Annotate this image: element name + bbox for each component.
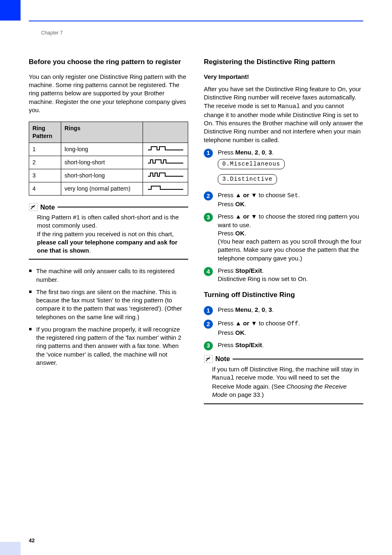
arrow-icon: ▲ or ▼ xyxy=(235,191,257,198)
table-row: 3 short-short-long xyxy=(29,169,188,182)
list-item: The machine will only answer calls to it… xyxy=(29,267,188,284)
stop-exit-label: Stop/Exit xyxy=(235,341,262,348)
right-heading-2: Turning off Distinctive Ring xyxy=(204,290,363,300)
text: . xyxy=(262,341,264,348)
table-row: 4 very long (normal pattern) xyxy=(29,182,188,195)
note-icon xyxy=(29,203,38,211)
mono-text: Set xyxy=(287,192,298,199)
note-header: Note xyxy=(29,203,188,212)
key-label: 3 xyxy=(268,149,272,156)
arrow-icon: ▲ or ▼ xyxy=(235,320,257,327)
text: to choose xyxy=(257,191,287,198)
step-1: 1 Press Menu, 2, 0, 3. 0.Miscellaneous 3… xyxy=(204,148,363,187)
step-4: 4 Press Stop/Exit. Distinctive Ring is n… xyxy=(204,267,363,283)
note-rule xyxy=(233,359,363,359)
note-label: Note xyxy=(40,203,55,212)
step-text: Press Menu, 2, 0, 3. 0.Miscellaneous 3.D… xyxy=(218,148,363,187)
cell-num: 3 xyxy=(29,169,61,182)
right-heading-1: Registering the Distinctive Ring pattern xyxy=(204,58,363,67)
note-rule xyxy=(58,207,188,207)
left-heading: Before you choose the ring pattern to re… xyxy=(29,58,188,67)
mono-text: Manual xyxy=(212,375,234,382)
cell-num: 2 xyxy=(29,156,61,169)
th-wave xyxy=(143,122,188,143)
blue-side-bottom xyxy=(0,542,21,555)
wave-icon xyxy=(143,143,188,156)
text: Press xyxy=(218,306,235,313)
ok-label: OK xyxy=(235,200,245,207)
text: If you turn off Distinctive Ring, the ma… xyxy=(212,366,359,373)
key-label: 0 xyxy=(262,149,265,156)
list-item: The first two rings are silent on the ma… xyxy=(29,288,188,321)
procedure-turning-off: 1 Press Menu, 2, 0, 3. 2 Press ▲ or ▼ to… xyxy=(204,306,363,350)
step-badge: 3 xyxy=(204,213,213,222)
text: Press xyxy=(218,200,235,207)
cell-num: 1 xyxy=(29,143,61,156)
note-bottom-rule xyxy=(29,259,188,260)
text: . xyxy=(262,267,264,274)
mono-text: Off xyxy=(287,320,298,327)
wave-icon xyxy=(143,156,188,169)
very-important-label: Very Important! xyxy=(204,73,363,81)
text: Press xyxy=(218,149,235,156)
lcd-display: 0.Miscellaneous xyxy=(218,159,285,169)
th-ring-pattern: Ring Pattern xyxy=(29,122,61,143)
step-text: Press ▲ or ▼ to choose Set. Press OK. xyxy=(218,191,363,209)
note-text: If the ring pattern you received is not … xyxy=(37,230,174,237)
key-label: 2 xyxy=(255,149,258,156)
ok-label: OK xyxy=(235,329,245,336)
table-row: 1 long-long xyxy=(29,143,188,156)
step-badge: 4 xyxy=(204,267,213,276)
chapter-label: Chapter 7 xyxy=(41,30,63,36)
list-item: If you program the machine properly, it … xyxy=(29,325,188,367)
stop-exit-label: Stop/Exit xyxy=(235,267,262,274)
note-bottom-rule xyxy=(204,403,363,404)
text: . xyxy=(298,191,300,198)
step-text: Press Stop/Exit. xyxy=(218,341,363,349)
ring-pattern-table: Ring Pattern Rings 1 long-long 2 short-l… xyxy=(29,122,188,195)
step-badge: 1 xyxy=(204,149,213,158)
left-intro: You can only register one Distinctive Ri… xyxy=(29,73,188,114)
step-badge: 1 xyxy=(204,306,213,315)
note-label: Note xyxy=(215,355,230,364)
text: Press xyxy=(218,230,235,237)
step-1: 1 Press Menu, 2, 0, 3. xyxy=(204,306,363,315)
note-text: . xyxy=(89,247,91,254)
text: Press xyxy=(218,320,235,327)
key-label: 2 xyxy=(255,306,258,313)
text: Press xyxy=(218,329,235,336)
arrow-icon: ▲ or ▼ xyxy=(235,213,257,220)
text: . xyxy=(244,230,246,237)
text: to choose xyxy=(257,320,287,327)
blue-side-tab xyxy=(0,0,21,21)
text: Press xyxy=(218,341,235,348)
text: , xyxy=(251,149,255,156)
text: . xyxy=(244,329,246,336)
step-2: 2 Press ▲ or ▼ to choose Set. Press OK. xyxy=(204,191,363,209)
step-text: Press ▲ or ▼ to choose Off. Press OK. xyxy=(218,319,363,337)
mono-text: Manual xyxy=(278,103,300,110)
left-column: Before you choose the ring pattern to re… xyxy=(29,58,188,412)
ok-label: OK xyxy=(235,230,245,237)
text: on page 33.) xyxy=(228,391,264,398)
step-text: Press Menu, 2, 0, 3. xyxy=(218,306,363,314)
step-3: 3 Press Stop/Exit. xyxy=(204,341,363,350)
note-header-2: Note xyxy=(204,355,363,364)
step-badge: 3 xyxy=(204,341,213,350)
step-2: 2 Press ▲ or ▼ to choose Off. Press OK. xyxy=(204,319,363,337)
procedure-registering: 1 Press Menu, 2, 0, 3. 0.Miscellaneous 3… xyxy=(204,148,363,283)
text: (You hear each pattern as you scroll thr… xyxy=(218,238,362,262)
text: Press xyxy=(218,267,235,274)
cell-desc: very long (normal pattern) xyxy=(61,182,143,195)
wave-icon xyxy=(143,182,188,195)
note-body: Ring Pattern #1 is often called short-sh… xyxy=(29,213,188,255)
cell-desc: short-short-long xyxy=(61,169,143,182)
cell-desc: short-long-short xyxy=(61,156,143,169)
cell-num: 4 xyxy=(29,182,61,195)
right-column: Registering the Distinctive Ring pattern… xyxy=(204,58,363,412)
lcd-display: 3.Distinctive xyxy=(218,174,277,184)
note-body-2: If you turn off Distinctive Ring, the ma… xyxy=(204,365,363,399)
menu-label: Menu xyxy=(235,149,251,156)
text: . xyxy=(298,320,300,327)
text: . xyxy=(244,200,246,207)
